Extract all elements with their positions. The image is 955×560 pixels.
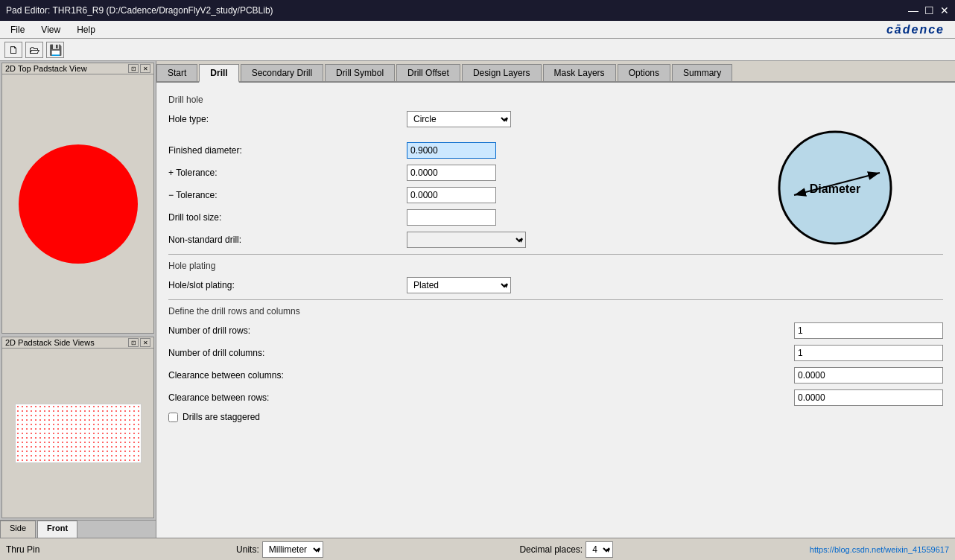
menu-bar: File View Help cādence	[0, 21, 955, 39]
top-panel-label: 2D Top Padstack View	[5, 64, 87, 73]
tab-summary[interactable]: Summary	[672, 64, 732, 81]
num-rows-input[interactable]	[794, 322, 943, 339]
new-button[interactable]: 🗋	[4, 42, 22, 58]
bottom-panel-close[interactable]: ✕	[140, 338, 150, 347]
open-button[interactable]: 🗁	[25, 42, 43, 58]
left-tab-front[interactable]: Front	[37, 521, 77, 538]
separator-2	[168, 299, 943, 300]
drill-tool-size-label: Drill tool size:	[168, 212, 407, 223]
decimal-select-wrapper: 4 2 3 5	[586, 541, 613, 558]
top-panel-title: 2D Top Padstack View ⊡ ✕	[2, 63, 153, 74]
bottom-panel-label: 2D Padstack Side Views	[5, 338, 95, 347]
num-rows-row: Number of drill rows:	[168, 322, 943, 339]
units-select-wrapper: Millimeter Inch	[262, 541, 323, 558]
hole-plating-section-header: Hole plating	[168, 261, 943, 273]
drill-rows-cols-header: Define the drill rows and columns	[168, 306, 943, 318]
maximize-btn[interactable]: ☐	[924, 4, 934, 16]
status-bar: Thru Pin Units: Millimeter Inch Decimal …	[0, 538, 955, 560]
title-controls: — ☐ ✕	[908, 4, 949, 16]
tab-drill-symbol[interactable]: Drill Symbol	[325, 64, 395, 81]
top-panel-restore[interactable]: ⊡	[128, 64, 139, 73]
staggered-row: Drills are staggered	[168, 412, 943, 422]
form-area: Drill hole Hole type: Circle Square Oblo…	[156, 83, 955, 538]
minus-tolerance-input[interactable]	[407, 187, 496, 203]
non-standard-select-wrapper	[407, 232, 526, 248]
tab-options[interactable]: Options	[618, 64, 670, 81]
units-label: Units:	[236, 544, 259, 555]
left-panel: 2D Top Padstack View ⊡ ✕ 2D Padstack Sid…	[0, 61, 156, 538]
right-content: Start Drill Secondary Drill Drill Symbol…	[156, 61, 955, 538]
tab-start[interactable]: Start	[156, 64, 197, 81]
decimal-label: Decimal places:	[519, 544, 583, 555]
hole-slot-plating-label: Hole/slot plating:	[168, 280, 407, 290]
red-circle-shape	[19, 144, 138, 264]
clear-cols-label: Clearance between columns:	[168, 370, 794, 381]
tab-drill[interactable]: Drill	[199, 64, 238, 83]
menu-file[interactable]: File	[3, 23, 32, 36]
toolbar: 🗋 🗁 💾	[0, 39, 955, 61]
top-tabs: Start Drill Secondary Drill Drill Symbol…	[156, 61, 955, 83]
clear-rows-row: Clearance between rows:	[168, 389, 943, 406]
form-area-inner: Drill hole Hole type: Circle Square Oblo…	[168, 95, 943, 467]
hole-type-select-wrapper: Circle Square Oblong	[407, 111, 511, 127]
staggered-label: Drills are staggered	[183, 412, 260, 422]
title-bar: Pad Editor: THR1R6_R9 (D:/Cadence/Dragon…	[0, 0, 955, 21]
decimal-select[interactable]: 4 2 3 5	[586, 541, 613, 558]
clear-rows-input[interactable]	[794, 389, 943, 406]
clear-rows-label: Clearance between rows:	[168, 392, 794, 403]
pin-type-item: Thru Pin	[6, 544, 39, 555]
bottom-padstack-view: 2D Padstack Side Views ⊡ ✕	[1, 337, 154, 518]
hole-slot-plating-row: Hole/slot plating: Plated Non-Plated	[168, 277, 943, 293]
hole-type-label: Hole type:	[168, 114, 407, 124]
num-cols-label: Number of drill columns:	[168, 348, 794, 358]
bottom-panel-restore[interactable]: ⊡	[128, 338, 139, 347]
num-cols-row: Number of drill columns:	[168, 345, 943, 361]
top-panel-close[interactable]: ✕	[140, 64, 150, 73]
decimal-item: Decimal places: 4 2 3 5	[519, 541, 613, 558]
bottom-panel-content	[2, 349, 153, 518]
top-padstack-view: 2D Top Padstack View ⊡ ✕	[1, 63, 154, 334]
hole-type-select[interactable]: Circle Square Oblong	[407, 111, 511, 127]
minus-tolerance-label: − Tolerance:	[168, 190, 407, 200]
cadence-logo: cādence	[886, 23, 952, 36]
title-text: Pad Editor: THR1R6_R9 (D:/Cadence/Dragon…	[6, 5, 273, 16]
top-panel-content	[2, 74, 153, 333]
minimize-btn[interactable]: —	[908, 4, 918, 16]
num-rows-label: Number of drill rows:	[168, 325, 794, 336]
separator-1	[168, 254, 943, 255]
menu-help[interactable]: Help	[69, 23, 103, 36]
non-standard-drill-label: Non-standard drill:	[168, 235, 407, 245]
tab-design-layers[interactable]: Design Layers	[462, 64, 542, 81]
left-tab-side[interactable]: Side	[0, 521, 36, 538]
drill-diagram-svg: Diameter	[772, 124, 898, 251]
drill-hole-section-header: Drill hole	[168, 95, 943, 106]
units-select[interactable]: Millimeter Inch	[262, 541, 323, 558]
main-layout: 2D Top Padstack View ⊡ ✕ 2D Padstack Sid…	[0, 61, 955, 538]
bottom-panel-title: 2D Padstack Side Views ⊡ ✕	[2, 337, 153, 349]
num-cols-input[interactable]	[794, 345, 943, 361]
plus-tolerance-label: + Tolerance:	[168, 168, 407, 178]
top-panel-controls: ⊡ ✕	[128, 64, 150, 73]
non-standard-drill-select[interactable]	[407, 232, 526, 248]
blog-link[interactable]: https://blog.csdn.net/weixin_41559617	[810, 545, 949, 554]
clear-cols-input[interactable]	[794, 367, 943, 384]
hole-slot-plating-select[interactable]: Plated Non-Plated	[407, 277, 511, 293]
drill-tool-size-input[interactable]	[407, 209, 496, 226]
close-btn[interactable]: ✕	[940, 4, 949, 16]
pin-type-label: Thru Pin	[6, 544, 39, 555]
dotted-side-view	[15, 404, 142, 463]
tab-drill-offset[interactable]: Drill Offset	[396, 64, 460, 81]
tab-mask-layers[interactable]: Mask Layers	[543, 64, 616, 81]
tab-secondary-drill[interactable]: Secondary Drill	[241, 64, 323, 81]
units-item: Units: Millimeter Inch	[236, 541, 323, 558]
finished-diameter-input[interactable]	[407, 142, 496, 159]
staggered-checkbox[interactable]	[168, 413, 178, 422]
plated-select-wrapper: Plated Non-Plated	[407, 277, 511, 293]
save-button[interactable]: 💾	[46, 42, 64, 58]
clear-cols-row: Clearance between columns:	[168, 367, 943, 384]
finished-diameter-label: Finished diameter:	[168, 145, 407, 156]
left-tabs: Side Front	[0, 520, 156, 538]
plus-tolerance-input[interactable]	[407, 165, 496, 181]
drill-diagram-container: Diameter	[772, 124, 898, 253]
menu-view[interactable]: View	[34, 23, 68, 36]
